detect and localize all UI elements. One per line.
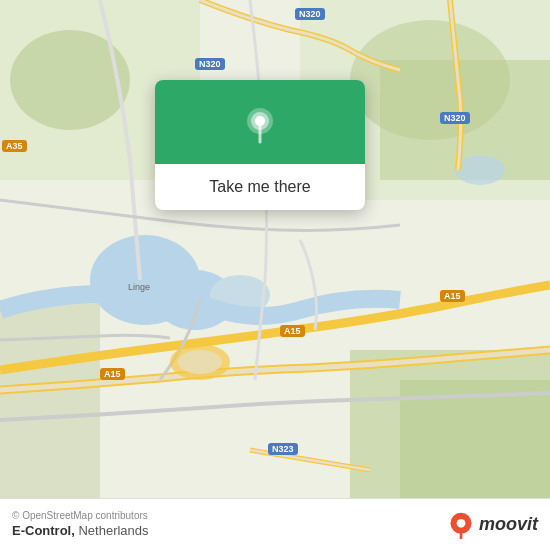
bottom-bar: © OpenStreetMap contributors E-Control, … [0, 498, 550, 550]
moovit-text: moovit [479, 514, 538, 535]
bottom-left-info: © OpenStreetMap contributors E-Control, … [12, 510, 149, 539]
road-label-n323: N323 [268, 443, 298, 455]
moovit-pin-icon [447, 511, 475, 539]
svg-point-12 [455, 155, 505, 185]
road-label-n320-top: N320 [295, 8, 325, 20]
road-label-a35: A35 [2, 140, 27, 152]
road-label-a15-main: A15 [280, 325, 305, 337]
copyright-text: © OpenStreetMap contributors [12, 510, 149, 521]
road-label-n320-right: N320 [440, 112, 470, 124]
location-info: E-Control, Netherlands [12, 521, 149, 539]
svg-point-14 [178, 350, 222, 374]
popup-card: Take me there [155, 80, 365, 210]
road-label-n320-mid: N320 [195, 58, 225, 70]
popup-button-label[interactable]: Take me there [209, 178, 310, 195]
popup-green-header [155, 80, 365, 164]
svg-point-7 [350, 20, 510, 140]
road-label-a15-right: A15 [440, 290, 465, 302]
popup-text-section[interactable]: Take me there [155, 164, 365, 210]
map-container: N320 N320 N320 A15 A15 A15 N323 A35 Ling… [0, 0, 550, 550]
road-label-a15-left: A15 [100, 368, 125, 380]
map-text-linge: Linge [128, 282, 150, 292]
location-name: E-Control, Netherlands [12, 523, 149, 538]
location-pin-icon [238, 104, 282, 148]
moovit-logo: moovit [447, 511, 538, 539]
svg-point-19 [457, 518, 466, 527]
